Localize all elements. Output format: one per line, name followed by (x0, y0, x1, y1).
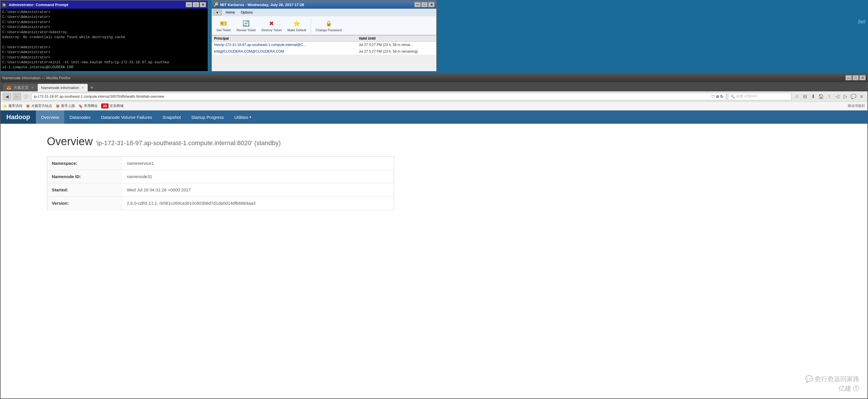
table-row: Namenode ID: namenode31 (47, 170, 394, 183)
bookmark-frequent[interactable]: ⭐ 最常访问 (3, 103, 22, 108)
sync-button[interactable]: ↑ (826, 93, 833, 100)
destroy-icon: ✖ (267, 19, 276, 28)
search-bar[interactable]: 🔍 百度 <Ctrl+K> (728, 93, 792, 100)
tab-namenode[interactable]: Namenode information ✕ (38, 84, 88, 91)
browser-maximize-button[interactable]: □ (852, 75, 859, 80)
forward-nav-button[interactable]: ▷ (842, 93, 849, 100)
make-default-button[interactable]: ⭐ Make Default (285, 18, 308, 33)
principal-header: Principal (214, 36, 359, 40)
version-value: 2.6.0-cdh5.11.1, rb581c269ca3610c603b6d7… (122, 197, 394, 210)
new-tab-button[interactable]: + (88, 85, 96, 91)
nav-link-volume-failures[interactable]: Datanode Volume Failures (96, 110, 157, 124)
nav-link-utilities[interactable]: Utilities ▾ (229, 110, 256, 124)
tab-namenode-label: Namenode information (41, 86, 79, 90)
destroy-ticket-button[interactable]: ✖ Destroy Ticket (259, 18, 284, 33)
kerb-ribbon: ▼ Home Options 🎫 Get Ticket 🔄 Renew Tick… (212, 9, 436, 35)
namespace-label: Namespace: (47, 157, 122, 170)
address-url: ip-172-31-18-97.ap-southeast-1.compute.i… (34, 95, 164, 99)
search-placeholder: 百度 <Ctrl+K> (736, 94, 758, 99)
kerb-title-text: MIT Kerberos - Wednesday, July 26, 2017 … (220, 3, 304, 7)
nav-right-icons: ☆ ⊟ ⬇ 🏠 ↑ ◁ ▷ 💬 ≡ (793, 93, 865, 100)
nav-link-overview[interactable]: Overview (36, 110, 64, 124)
info-table: Namespace: nameservice1 Namenode ID: nam… (47, 157, 394, 210)
kerb-titlebar: 🔑 MIT Kerberos - Wednesday, July 26, 201… (212, 1, 436, 9)
cmd-line: C:\Users\Administrator> (2, 15, 206, 20)
kerb-close-button[interactable]: ✕ (428, 2, 435, 7)
bookmarks-right: 移动书签栏 (848, 103, 865, 108)
cmd-line (2, 70, 206, 71)
kerberos-window: 🔑 MIT Kerberos - Wednesday, July 26, 201… (211, 0, 437, 72)
bookmark-firefox-official[interactable]: 🦊 火狐官方站点 (26, 103, 52, 108)
tab-bar: 🦊 火狐主页 ✕ Namenode information ✕ + (1, 82, 867, 91)
tab-home-label: 火狐主页 (13, 85, 29, 90)
hadoop-nav: Hadoop Overview Datanodes Datanode Volum… (1, 110, 867, 124)
cmd-line (2, 40, 206, 45)
bookmark-frequent-label: 最常访问 (8, 103, 22, 108)
frequent-icon: ⭐ (3, 104, 7, 108)
back-nav-button[interactable]: ◁ (834, 93, 841, 100)
common-sites-icon: 🔖 (79, 104, 83, 108)
back-button[interactable]: ◀ (3, 93, 11, 100)
kerb-menu-home[interactable]: Home (223, 10, 238, 15)
watermark-top: bel (858, 19, 865, 25)
renew-ticket-label: Renew Ticket (237, 28, 256, 32)
principal-value-1: hive/ip-172-31-18-97.ap-southeast-1.comp… (214, 43, 359, 47)
reload-icon[interactable]: ↻ (720, 94, 724, 99)
info-icon[interactable]: i (23, 94, 30, 99)
kerb-maximize-button[interactable]: □ (421, 2, 428, 7)
cmd-maximize-button[interactable]: □ (193, 2, 199, 7)
cmd-title-text: Administrator: Command Prompt (9, 3, 68, 7)
cmd-line: C:\Users\Administrator> (2, 25, 206, 30)
nav-link-snapshot[interactable]: Snapshot (157, 110, 186, 124)
kerb-menu-icon-button[interactable]: ▼ (213, 9, 222, 15)
star-button[interactable]: ☆ (793, 93, 800, 100)
kerb-title-left: 🔑 MIT Kerberos - Wednesday, July 26, 201… (214, 2, 304, 7)
cmd-close-button[interactable]: ✕ (199, 2, 206, 7)
home-button[interactable]: ⊟ (802, 93, 808, 100)
watermark-line2: 亿建 ① (838, 385, 859, 392)
started-label: Started: (47, 183, 122, 197)
forward-button[interactable]: ▶ (13, 93, 21, 100)
chat-button[interactable]: 💬 (850, 93, 857, 100)
destroy-ticket-label: Destroy Ticket (261, 28, 282, 32)
cmd-title-left: ⊞ Administrator: Command Prompt (2, 2, 68, 7)
bookmark-new-user[interactable]: 🦊 新手上路 (56, 103, 75, 108)
nav-bar: ◀ ▶ i ip-172-31-18-97.ap-southeast-1.com… (1, 91, 867, 102)
table-row: Namespace: nameservice1 (47, 157, 394, 170)
table-row: hive/ip-172-31-18-97.ap-southeast-1.comp… (212, 42, 436, 48)
browser-controls: — □ ✕ (845, 75, 866, 80)
tab-home-close-icon[interactable]: ✕ (31, 86, 34, 90)
change-password-button[interactable]: 🔒 Change Password (313, 18, 344, 33)
nav-link-startup-progress[interactable]: Startup Progress (186, 110, 229, 124)
chevron-down-icon: ▾ (249, 115, 251, 119)
browser-close-button[interactable]: ✕ (859, 75, 866, 80)
download-button[interactable]: ⬇ (810, 93, 816, 100)
cmd-minimize-button[interactable]: — (186, 2, 192, 7)
bookmark-jd[interactable]: JD 京东商城 (101, 103, 124, 108)
browser-minimize-button[interactable]: — (845, 75, 852, 80)
get-ticket-button[interactable]: 🎫 Get Ticket (214, 18, 233, 33)
password-icon: 🔒 (324, 19, 333, 28)
cmd-controls: — □ ✕ (186, 2, 206, 7)
nav-link-datanodes[interactable]: Datanodes (64, 110, 96, 124)
kerb-menu-options[interactable]: Options (238, 10, 255, 15)
browser-home-button[interactable]: 🏠 (818, 93, 825, 100)
bookmark-jd-label: 京东商城 (110, 103, 124, 108)
renew-ticket-button[interactable]: 🔄 Renew Ticket (235, 18, 258, 33)
bookmark-newuser-label: 新手上路 (61, 103, 75, 108)
table-row: Started: Wed Jul 26 04:31:26 +0000 2017 (47, 183, 394, 197)
menu-button[interactable]: ≡ (858, 93, 865, 100)
utilities-dropdown: Utilities ▾ (235, 115, 251, 120)
kerb-minimize-button[interactable]: — (414, 2, 421, 7)
bookmark-firefox-label: 火狐官方站点 (31, 103, 52, 108)
address-bar[interactable]: ip-172-31-18-97.ap-southeast-1.compute.i… (31, 93, 726, 100)
tab-firefox-home[interactable]: 🦊 火狐主页 ✕ (3, 84, 37, 91)
cmd-line: C:\Users\Administrator> (2, 10, 206, 15)
overview-section-title: Overview 'ip-172-31-18-97.ap-southeast-1… (47, 135, 821, 148)
utilities-label: Utilities (235, 115, 248, 120)
tab-namenode-close-icon[interactable]: ✕ (82, 86, 84, 90)
ticket-icon: 🎫 (219, 19, 228, 28)
kerb-toolbar: 🎫 Get Ticket 🔄 Renew Ticket ✖ Destroy Ti… (212, 16, 436, 35)
valid-until-header: Valid Until (359, 36, 434, 40)
bookmark-common-sites[interactable]: 🔖 常用网址 (79, 103, 98, 108)
